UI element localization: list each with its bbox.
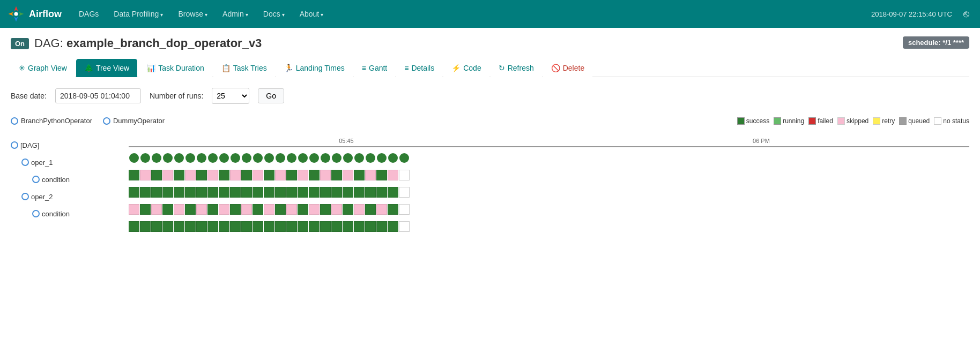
run-block[interactable] xyxy=(241,187,252,198)
run-block[interactable] xyxy=(354,221,365,232)
run-block[interactable] xyxy=(151,204,162,215)
run-block[interactable] xyxy=(343,187,353,198)
run-block[interactable] xyxy=(343,221,353,232)
run-block[interactable] xyxy=(343,170,353,180)
run-block[interactable] xyxy=(207,187,218,198)
oper1-node-label[interactable]: oper_1 xyxy=(11,159,53,167)
run-block[interactable] xyxy=(365,204,376,215)
run-block[interactable] xyxy=(399,187,410,198)
run-block[interactable] xyxy=(129,153,139,163)
condition1-node-label[interactable]: condition xyxy=(11,176,70,184)
run-block[interactable] xyxy=(231,153,240,163)
run-block[interactable] xyxy=(140,187,151,198)
run-block[interactable] xyxy=(174,221,184,232)
run-block[interactable] xyxy=(129,204,139,215)
run-block[interactable] xyxy=(365,221,376,232)
run-block[interactable] xyxy=(140,170,151,180)
run-block[interactable] xyxy=(151,187,162,198)
run-block[interactable] xyxy=(365,170,376,180)
run-block[interactable] xyxy=(275,204,286,215)
run-block[interactable] xyxy=(331,170,342,180)
run-block[interactable] xyxy=(376,221,387,232)
run-block[interactable] xyxy=(242,153,251,163)
run-block[interactable] xyxy=(388,187,398,198)
run-block[interactable] xyxy=(343,204,353,215)
run-block[interactable] xyxy=(230,221,241,232)
dag-node-label[interactable]: [DAG] xyxy=(11,141,39,149)
nav-dags[interactable]: DAGs xyxy=(72,6,105,21)
run-block[interactable] xyxy=(298,204,308,215)
run-block[interactable] xyxy=(286,170,297,180)
on-badge[interactable]: On xyxy=(11,38,29,49)
run-block[interactable] xyxy=(264,153,274,163)
run-block[interactable] xyxy=(207,170,218,180)
run-block[interactable] xyxy=(162,221,173,232)
run-block[interactable] xyxy=(309,153,319,163)
run-block[interactable] xyxy=(388,221,398,232)
run-block[interactable] xyxy=(286,204,297,215)
run-block[interactable] xyxy=(129,187,139,198)
run-block[interactable] xyxy=(185,170,196,180)
run-block[interactable] xyxy=(197,153,206,163)
nav-data-profiling[interactable]: Data Profiling xyxy=(107,6,169,21)
run-block[interactable] xyxy=(230,170,241,180)
nav-admin[interactable]: Admin xyxy=(216,6,255,21)
run-block[interactable] xyxy=(140,221,151,232)
run-block[interactable] xyxy=(230,204,241,215)
run-block[interactable] xyxy=(275,170,286,180)
condition2-node-label[interactable]: condition xyxy=(11,210,70,218)
go-button[interactable]: Go xyxy=(258,88,284,103)
run-block[interactable] xyxy=(253,221,263,232)
run-block[interactable] xyxy=(354,187,365,198)
run-block[interactable] xyxy=(129,221,139,232)
run-block[interactable] xyxy=(320,221,331,232)
run-block[interactable] xyxy=(309,170,320,180)
run-block[interactable] xyxy=(219,187,229,198)
run-block[interactable] xyxy=(163,153,173,163)
run-block[interactable] xyxy=(376,204,387,215)
run-block[interactable] xyxy=(343,153,353,163)
run-block[interactable] xyxy=(208,153,218,163)
run-block[interactable] xyxy=(162,170,173,180)
run-block[interactable] xyxy=(230,187,241,198)
nav-about[interactable]: About xyxy=(293,6,330,21)
num-runs-select[interactable]: 25 50 xyxy=(212,88,249,104)
run-block[interactable] xyxy=(365,187,376,198)
run-block[interactable] xyxy=(354,204,365,215)
run-block[interactable] xyxy=(275,187,286,198)
run-block[interactable] xyxy=(219,170,229,180)
tab-delete[interactable]: 🚫 Delete xyxy=(543,59,592,77)
run-block[interactable] xyxy=(399,170,410,180)
run-block[interactable] xyxy=(286,187,297,198)
run-block[interactable] xyxy=(332,153,341,163)
run-block[interactable] xyxy=(321,153,330,163)
run-block[interactable] xyxy=(207,221,218,232)
run-block[interactable] xyxy=(219,204,229,215)
run-block[interactable] xyxy=(264,170,274,180)
run-block[interactable] xyxy=(174,204,184,215)
run-block[interactable] xyxy=(309,204,320,215)
run-block[interactable] xyxy=(366,153,375,163)
run-block[interactable] xyxy=(264,187,274,198)
run-block[interactable] xyxy=(241,170,252,180)
run-block[interactable] xyxy=(320,170,331,180)
run-block[interactable] xyxy=(162,204,173,215)
run-block[interactable] xyxy=(354,170,365,180)
run-block[interactable] xyxy=(140,204,151,215)
run-block[interactable] xyxy=(298,187,308,198)
run-block[interactable] xyxy=(174,170,184,180)
run-block[interactable] xyxy=(264,221,274,232)
tab-details[interactable]: ≡ Details xyxy=(396,59,442,77)
run-block[interactable] xyxy=(253,204,263,215)
run-block[interactable] xyxy=(399,153,409,163)
run-block[interactable] xyxy=(309,187,320,198)
run-block[interactable] xyxy=(275,221,286,232)
run-block[interactable] xyxy=(241,204,252,215)
run-block[interactable] xyxy=(162,187,173,198)
run-block[interactable] xyxy=(140,153,150,163)
tab-task-duration[interactable]: 📊 Task Duration xyxy=(138,59,212,77)
run-block[interactable] xyxy=(331,187,342,198)
oper2-node-label[interactable]: oper_2 xyxy=(11,193,53,201)
run-block[interactable] xyxy=(185,221,196,232)
run-block[interactable] xyxy=(219,153,229,163)
